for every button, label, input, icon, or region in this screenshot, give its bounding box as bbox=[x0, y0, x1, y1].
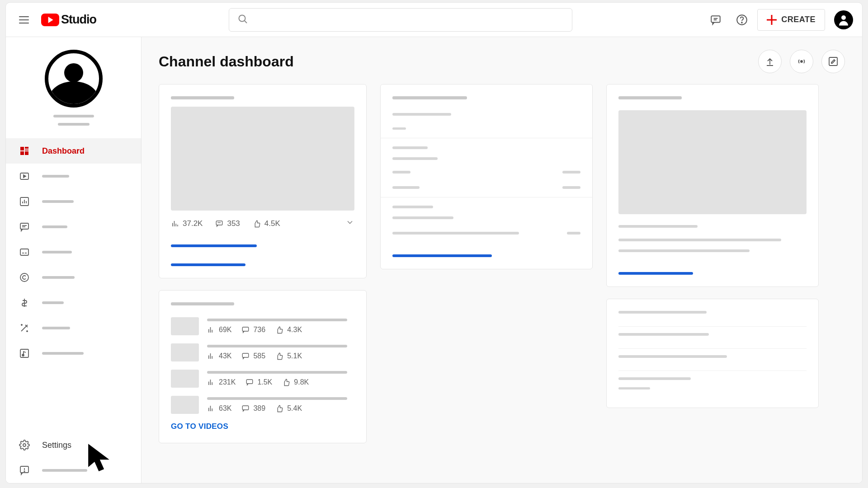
stat-comments-value: 585 bbox=[253, 352, 265, 360]
stat-likes-value: 4.5K bbox=[264, 219, 280, 228]
comments-icon bbox=[19, 221, 30, 233]
stat-views-value: 231K bbox=[219, 378, 236, 386]
recent-videos-card: 69K 736 4.3K 43K bbox=[159, 290, 367, 443]
search-icon bbox=[237, 14, 248, 26]
sidebar: Dashboard bbox=[6, 37, 142, 483]
sidebar-item-label: Settings bbox=[42, 441, 71, 450]
stat-likes-value: 4.3K bbox=[287, 326, 302, 334]
sidebar-item-monetization[interactable] bbox=[6, 290, 141, 315]
svg-point-6 bbox=[741, 22, 742, 23]
gear-icon bbox=[19, 439, 30, 451]
svg-point-21 bbox=[20, 273, 28, 282]
page-title: Channel dashboard bbox=[159, 53, 294, 70]
stat-views-value: 43K bbox=[219, 352, 231, 360]
menu-icon bbox=[19, 16, 29, 23]
news-image bbox=[618, 110, 807, 214]
channel-profile[interactable] bbox=[6, 37, 141, 134]
subtitles-icon bbox=[19, 246, 30, 258]
svg-rect-9 bbox=[25, 147, 28, 149]
stat-likes: 4.5K bbox=[253, 219, 280, 228]
sidebar-item-content[interactable] bbox=[6, 164, 141, 189]
youtube-play-icon bbox=[41, 14, 59, 26]
analytics-icon bbox=[19, 196, 30, 207]
video-thumbnail[interactable] bbox=[171, 107, 354, 211]
svg-rect-32 bbox=[243, 327, 249, 331]
account-avatar[interactable] bbox=[834, 10, 853, 29]
create-label: CREATE bbox=[781, 15, 816, 24]
create-plus-icon bbox=[767, 15, 777, 25]
svg-rect-10 bbox=[25, 150, 28, 150]
create-button[interactable]: CREATE bbox=[757, 9, 825, 31]
svg-rect-34 bbox=[247, 380, 253, 384]
sidebar-item-subtitles[interactable] bbox=[6, 239, 141, 265]
help-button[interactable] bbox=[731, 9, 753, 31]
audio-library-icon bbox=[19, 347, 30, 359]
svg-rect-18 bbox=[20, 249, 28, 255]
edit-button[interactable] bbox=[821, 50, 845, 73]
stat-views: 37.2K bbox=[171, 219, 203, 228]
svg-point-24 bbox=[23, 444, 26, 446]
svg-point-7 bbox=[841, 15, 846, 20]
svg-rect-15 bbox=[20, 223, 28, 229]
upload-button[interactable] bbox=[758, 50, 782, 73]
svg-rect-2 bbox=[712, 16, 721, 22]
sidebar-item-comments[interactable] bbox=[6, 214, 141, 239]
stat-likes-value: 9.8K bbox=[294, 378, 309, 386]
sidebar-item-dashboard[interactable]: Dashboard bbox=[6, 138, 141, 164]
svg-rect-33 bbox=[243, 353, 249, 357]
chat-feedback-button[interactable] bbox=[705, 9, 726, 31]
ideas-card bbox=[606, 299, 819, 408]
link-placeholder[interactable] bbox=[171, 263, 245, 266]
sidebar-item-analytics[interactable] bbox=[6, 189, 141, 214]
video-row[interactable]: 63K 389 5.4K bbox=[171, 396, 354, 414]
video-row[interactable]: 69K 736 4.3K bbox=[171, 317, 354, 335]
sidebar-item-feedback[interactable] bbox=[6, 458, 141, 483]
svg-rect-30 bbox=[217, 221, 223, 225]
chevron-down-icon[interactable] bbox=[345, 218, 354, 229]
stat-likes-value: 5.1K bbox=[287, 352, 302, 360]
video-row[interactable]: 231K 1.5K 9.8K bbox=[171, 370, 354, 388]
app-header: Studio CREATE bbox=[6, 3, 862, 37]
stat-comments-value: 389 bbox=[253, 404, 265, 413]
stat-comments-value: 353 bbox=[227, 219, 240, 228]
sidebar-item-customization[interactable] bbox=[6, 315, 141, 341]
studio-logo[interactable]: Studio bbox=[41, 13, 96, 27]
svg-rect-29 bbox=[829, 57, 837, 66]
svg-point-0 bbox=[239, 15, 245, 21]
magic-wand-icon bbox=[19, 322, 30, 334]
go-to-videos-link[interactable]: GO TO VIDEOS bbox=[171, 422, 354, 431]
content-icon bbox=[19, 170, 30, 182]
svg-line-1 bbox=[245, 21, 247, 23]
main-content: Channel dashboard bbox=[142, 37, 862, 483]
link-placeholder[interactable] bbox=[392, 254, 492, 257]
svg-rect-12 bbox=[25, 151, 28, 155]
stat-comments: 353 bbox=[215, 219, 240, 228]
svg-point-28 bbox=[801, 61, 802, 62]
sidebar-item-label: Dashboard bbox=[42, 146, 85, 156]
stat-comments-value: 736 bbox=[253, 326, 265, 334]
search-input[interactable] bbox=[254, 15, 564, 24]
search-box[interactable] bbox=[229, 8, 572, 32]
analytics-card bbox=[380, 84, 593, 269]
sidebar-item-settings[interactable]: Settings bbox=[6, 432, 141, 458]
stat-views-value: 37.2K bbox=[183, 219, 203, 228]
news-card bbox=[606, 84, 819, 287]
go-live-button[interactable] bbox=[790, 50, 813, 73]
latest-video-card: 37.2K 353 4.5K bbox=[159, 84, 367, 278]
svg-point-27 bbox=[24, 471, 25, 472]
video-row[interactable]: 43K 585 5.1K bbox=[171, 343, 354, 361]
stat-views-value: 63K bbox=[219, 404, 231, 413]
video-thumbnail bbox=[171, 396, 199, 414]
svg-rect-35 bbox=[243, 406, 249, 410]
svg-rect-11 bbox=[20, 151, 24, 155]
dashboard-icon bbox=[19, 145, 30, 157]
channel-avatar bbox=[45, 50, 103, 108]
sidebar-item-audio[interactable] bbox=[6, 341, 141, 366]
sidebar-item-copyright[interactable] bbox=[6, 265, 141, 290]
stat-views-value: 69K bbox=[219, 326, 231, 334]
video-thumbnail bbox=[171, 370, 199, 388]
link-placeholder[interactable] bbox=[618, 272, 693, 275]
menu-button[interactable] bbox=[15, 11, 33, 29]
logo-text: Studio bbox=[61, 13, 96, 27]
svg-point-23 bbox=[22, 354, 24, 356]
